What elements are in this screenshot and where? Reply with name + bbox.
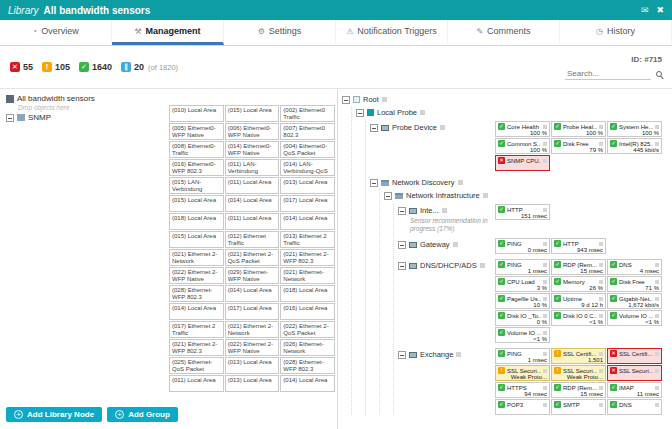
sensor-menu-icon[interactable] — [655, 314, 659, 318]
sensor-box[interactable]: ✓ CPU Load 3 % — [495, 276, 550, 292]
sensor-box[interactable]: ✓ DNS 4 msec — [607, 259, 662, 275]
node-menu-icon[interactable] — [480, 263, 485, 268]
library-grid-item[interactable]: (021) Ethernet 2-WFP 802.3 — [169, 339, 224, 356]
sensor-box[interactable]: ✓ HTTP 151 msec — [495, 204, 550, 220]
sensor-box[interactable]: ✕ SSL Certifi... — [607, 348, 662, 364]
library-grid-item[interactable]: (028) Ethernet-WFP 802.3 — [280, 357, 335, 374]
node-menu-icon[interactable] — [440, 125, 445, 130]
sensor-menu-icon[interactable] — [655, 297, 659, 301]
sensor-box[interactable]: ✓ SMTP — [551, 399, 606, 415]
library-root-label[interactable]: All bandwidth sensors — [17, 94, 95, 103]
sensor-menu-icon[interactable] — [543, 263, 547, 267]
device-label[interactable]: Probe Device — [392, 123, 437, 132]
mail-icon[interactable]: ✉ — [641, 5, 649, 15]
library-grid-item[interactable]: (011) Local Area — [169, 375, 224, 392]
sensor-menu-icon[interactable] — [655, 125, 659, 129]
collapse-icon[interactable] — [356, 109, 364, 117]
sensor-box[interactable]: ✓ Gigabit-Net... 1,672 kbit/s — [607, 293, 662, 309]
sensor-box[interactable]: ✓ RDP (Rem... 15 msec — [551, 259, 606, 275]
library-grid-item[interactable]: (014) LAN-Verbindung-QoS — [280, 159, 335, 176]
sensor-box[interactable]: ✓ Memory 26 % — [551, 276, 606, 292]
search-icon[interactable] — [656, 71, 662, 77]
sensor-box[interactable]: ! SSL Certifi... 1,501 — [551, 348, 606, 364]
device-label[interactable]: Exchange — [420, 350, 453, 359]
library-grid-item[interactable]: (014) Local Area — [225, 285, 280, 302]
library-grid-item[interactable]: (016) Local Area — [280, 303, 335, 320]
device-label[interactable]: DNS/DHCP/ADS — [420, 261, 477, 270]
library-grid-item[interactable]: (014) Local Area — [225, 195, 280, 212]
collapse-icon[interactable] — [398, 351, 406, 359]
sensor-box[interactable]: ✓ Volume IO ... <1 % — [607, 310, 662, 326]
library-grid-item[interactable]: (004) Ethernet0-QoS Packet — [280, 141, 335, 158]
sensor-box[interactable]: ✓ Disk IO 0 C... <1 % — [551, 310, 606, 326]
node-menu-icon[interactable] — [420, 110, 425, 115]
tab[interactable]: ⚙ Settings — [224, 20, 336, 45]
add-button[interactable]: + Add Library Node — [6, 407, 102, 422]
sensor-menu-icon[interactable] — [543, 280, 547, 284]
sensor-count[interactable]: ! 105 — [42, 62, 70, 72]
library-grid-item[interactable]: (029) Ethernet-WFP Native — [225, 267, 280, 284]
sensor-menu-icon[interactable] — [543, 208, 547, 212]
sensor-count[interactable]: ✓ 1640 — [79, 62, 112, 72]
sensor-menu-icon[interactable] — [655, 263, 659, 267]
library-grid-item[interactable]: (026) Ethernet-Network — [280, 339, 335, 356]
library-grid-item[interactable]: (021) Ethernet 2-Network — [169, 249, 224, 266]
sensor-menu-icon[interactable] — [599, 386, 603, 390]
library-grid-item[interactable]: (013) Local Area — [225, 357, 280, 374]
node-menu-icon[interactable] — [458, 180, 463, 185]
tab[interactable]: ⚠ Notification Triggers — [336, 20, 448, 45]
sensor-box[interactable]: ✓ PING 0 msec — [495, 238, 550, 254]
library-grid-item[interactable]: (014) Ethernet0-WFP Native — [225, 141, 280, 158]
sensor-box[interactable]: ✓ POP3 — [495, 399, 550, 415]
collapse-icon[interactable] — [6, 114, 14, 122]
sensor-menu-icon[interactable] — [543, 125, 547, 129]
library-grid-item[interactable]: (013) Local Area — [225, 375, 280, 392]
sensor-menu-icon[interactable] — [655, 386, 659, 390]
collapse-icon[interactable] — [370, 124, 378, 132]
sensor-menu-icon[interactable] — [543, 297, 547, 301]
add-button[interactable]: + Add Group — [107, 407, 178, 422]
library-grid-item[interactable]: (014) Local Area — [280, 375, 335, 392]
library-grid-item[interactable]: (022) Ethernet 2-QoS Packet — [280, 321, 335, 338]
sensor-box[interactable]: ✓ Core Health 100 % — [495, 121, 550, 137]
library-grid-item[interactable]: (021) Ethernet 2-QoS Packet — [225, 249, 280, 266]
sensor-menu-icon[interactable] — [655, 352, 659, 356]
sensor-menu-icon[interactable] — [543, 403, 547, 407]
library-grid-item[interactable]: (017) Local Area — [280, 195, 335, 212]
tab[interactable]: ◷ History — [560, 20, 672, 45]
device-label[interactable]: Gateway — [420, 240, 450, 249]
tree-root-label[interactable]: Root — [363, 95, 379, 104]
library-grid-item[interactable]: (017) Ethernet 2 Traffic — [169, 321, 224, 338]
sensor-menu-icon[interactable] — [543, 369, 547, 373]
sensor-box[interactable]: ✓ HTTPS 94 msec — [495, 382, 550, 398]
sensor-menu-icon[interactable] — [599, 314, 603, 318]
sensor-menu-icon[interactable] — [543, 142, 547, 146]
library-grid-item[interactable]: (018) Local Area — [280, 285, 335, 302]
library-grid-item[interactable]: (011) Local Area — [225, 177, 280, 194]
sensor-box[interactable]: ! SSL Securi... Weak Proto... — [551, 365, 606, 381]
library-grid-item[interactable]: (012) Ethernet Traffic — [225, 231, 280, 248]
library-grid-item[interactable]: (002) Ethernet0 Traffic — [280, 105, 335, 122]
sensor-menu-icon[interactable] — [655, 369, 659, 373]
group-label[interactable]: Network Discovery — [392, 178, 455, 187]
sensor-menu-icon[interactable] — [599, 369, 603, 373]
tab[interactable]: ✎ Comments — [448, 20, 560, 45]
library-grid-item[interactable]: (018) Local Area — [169, 213, 224, 230]
sensor-box[interactable]: ✓ Volume IO ... <1 % — [495, 327, 550, 343]
sensor-menu-icon[interactable] — [599, 297, 603, 301]
library-grid-item[interactable]: (017) Local Area — [225, 303, 280, 320]
library-grid-item[interactable]: (021) Ethernet 2-Network — [225, 321, 280, 338]
tab[interactable]: ⚒ Management — [112, 20, 224, 45]
node-menu-icon[interactable] — [442, 208, 447, 213]
sensor-menu-icon[interactable] — [599, 263, 603, 267]
library-grid-item[interactable]: (021) Ethernet 2-WFP 802.3 — [280, 249, 335, 266]
sensor-box[interactable]: ! SSL Securi... Weak Proto... — [495, 365, 550, 381]
sensor-box[interactable]: ✓ PING 1 msec — [495, 348, 550, 364]
sensor-box[interactable]: ✓ RDP (Rem... 15 msec — [551, 382, 606, 398]
node-menu-icon[interactable] — [483, 193, 488, 198]
library-grid-item[interactable]: (008) Ethernet0-Traffic — [169, 141, 224, 158]
library-grid-item[interactable]: (015) LAN-Verbindung — [169, 177, 224, 194]
library-grid-item[interactable]: (021) Ethernet-Network — [280, 267, 335, 284]
library-grid-item[interactable]: (005) Ethernet0-WFP Native — [169, 123, 224, 140]
sensor-box[interactable]: ✓ Disk Free 71 % — [607, 276, 662, 292]
